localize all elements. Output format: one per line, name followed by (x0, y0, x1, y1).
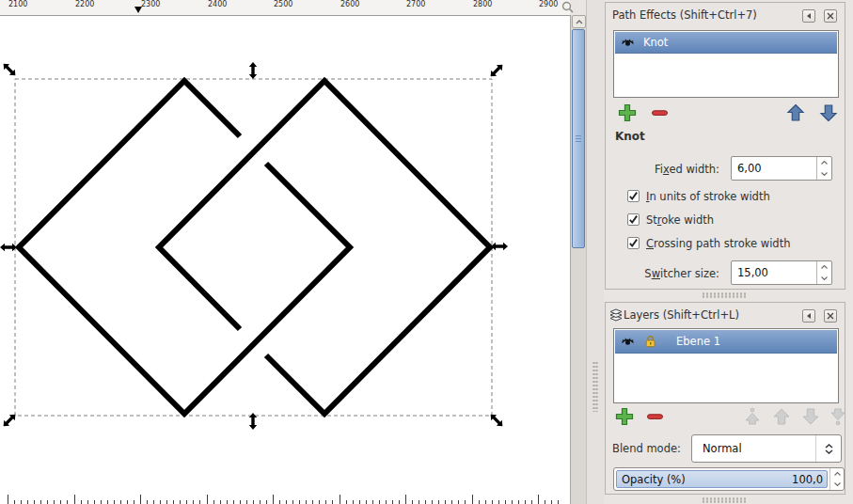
add-layer-button[interactable] (615, 407, 634, 426)
ruler-label: 2400 (208, 0, 227, 8)
raise-layer-button[interactable] (772, 407, 791, 426)
in-units-checkbox[interactable] (627, 190, 640, 202)
chevron-down-icon (834, 482, 841, 486)
in-units-label[interactable]: In units of stroke width (646, 190, 770, 203)
gray-arrow-to-bottom-icon (831, 409, 845, 425)
chevron-up-icon (576, 20, 583, 24)
selection-bbox (15, 79, 492, 416)
opacity-slider[interactable]: Opacity (%) 100,0 (613, 467, 845, 491)
effect-params-heading: Knot (615, 130, 645, 143)
dropdown-arrows (815, 435, 841, 462)
divider-grip[interactable] (592, 361, 598, 412)
left-triangle-icon (805, 12, 813, 20)
gray-arrow-up-icon (774, 409, 789, 424)
remove-layer-button[interactable] (646, 407, 665, 426)
ruler-label: 2600 (340, 0, 359, 8)
stroke-width-checkbox[interactable] (627, 213, 640, 226)
crossing-path-label[interactable]: Crossing path stroke width (646, 237, 790, 250)
panel-minimize-button[interactable] (802, 309, 815, 323)
knot-drawing[interactable] (0, 15, 570, 504)
inkscape-window: 2100 2200 2300 2400 2500 2600 2700 2800 … (0, 0, 853, 504)
checkmark-icon (628, 238, 639, 248)
opacity-value: 100,0 (792, 473, 827, 486)
add-effect-button[interactable] (618, 103, 637, 122)
ruler-label: 2500 (274, 0, 292, 8)
fixed-width-value[interactable]: 6,00 (732, 157, 816, 180)
switcher-size-spinbox[interactable]: 15,00 (731, 260, 832, 285)
top-ruler[interactable]: 2100 2200 2300 2400 2500 2600 2700 2800 … (0, 0, 570, 16)
chevron-up-icon (834, 472, 841, 476)
remove-effect-button[interactable] (651, 103, 670, 122)
switcher-size-value[interactable]: 15,00 (732, 261, 816, 284)
red-minus-icon (653, 111, 668, 116)
blend-mode-label: Blend mode: (612, 442, 681, 455)
gray-arrow-to-top-icon (746, 408, 759, 424)
chevron-down-icon (825, 449, 833, 454)
dock-panels: Path Effects (Shift+Ctrl+7) Knot (603, 0, 853, 504)
checkmark-icon (628, 214, 639, 225)
scale-handle-right-center[interactable] (491, 243, 508, 250)
gray-arrow-down-icon (803, 409, 818, 424)
chevron-up-icon (821, 161, 828, 165)
panel-close-button[interactable] (824, 309, 837, 323)
panel-resize-grip[interactable] (702, 292, 747, 298)
scale-handle-left-center[interactable] (0, 244, 17, 251)
fixed-width-label: Fixed width: (607, 163, 719, 176)
green-plus-icon (620, 105, 636, 121)
path-effects-panel: Path Effects (Shift+Ctrl+7) Knot (605, 2, 845, 290)
knot-left-diamond-path[interactable] (19, 81, 350, 414)
chevron-up-icon (821, 265, 828, 269)
scale-handle-top-center[interactable] (249, 62, 257, 79)
ruler-label: 2300 (141, 0, 160, 8)
scale-handle-bottom-right[interactable] (488, 412, 506, 430)
opacity-fill-bar[interactable]: Opacity (%) 100,0 (616, 470, 828, 488)
eye-icon[interactable] (621, 337, 635, 347)
blend-mode-value: Normal (692, 442, 815, 455)
crossing-path-checkbox[interactable] (627, 237, 640, 249)
lower-layer-button[interactable] (801, 407, 820, 426)
chevron-up-icon (825, 444, 833, 449)
effect-name: Knot (643, 36, 668, 49)
x-icon (827, 12, 834, 20)
fixed-width-spin-buttons[interactable] (816, 157, 831, 180)
layer-list[interactable]: Ebene 1 (613, 328, 839, 403)
switcher-size-spin-buttons[interactable] (816, 261, 831, 284)
layers-panel: Layers (Shift+Ctrl+L) (605, 302, 845, 495)
scale-handle-bottom-left[interactable] (1, 412, 19, 430)
panel-minimize-button[interactable] (802, 9, 815, 23)
lock-icon[interactable] (645, 335, 656, 348)
scale-handle-top-right[interactable] (488, 62, 506, 80)
lower-layer-to-bottom-button[interactable] (829, 407, 847, 426)
panel-resize-grip[interactable] (702, 497, 747, 503)
move-effect-up-button[interactable] (786, 103, 805, 122)
dock-resize-divider[interactable] (586, 0, 604, 504)
knot-right-diamond-path[interactable] (159, 81, 490, 414)
green-plus-icon (617, 409, 633, 425)
switcher-size-label: Switcher size: (607, 267, 719, 280)
panel-close-button[interactable] (824, 9, 837, 23)
effect-list-item-knot[interactable]: Knot (615, 32, 837, 54)
opacity-label: Opacity (%) (617, 473, 792, 486)
ruler-label: 2200 (75, 0, 94, 8)
fixed-width-spinbox[interactable]: 6,00 (731, 156, 832, 181)
scrollbar-up-button[interactable] (572, 15, 586, 28)
stroke-width-label[interactable]: Stroke width (646, 213, 714, 227)
vertical-scrollbar[interactable] (570, 15, 587, 504)
opacity-spin-buttons[interactable] (829, 468, 844, 490)
magnifier-icon[interactable] (561, 1, 574, 13)
move-effect-down-button[interactable] (819, 103, 838, 122)
layer-list-item-ebene1[interactable]: Ebene 1 (615, 330, 837, 354)
raise-layer-to-top-button[interactable] (743, 407, 762, 426)
x-icon (827, 312, 834, 320)
red-minus-icon (648, 415, 663, 419)
ruler-label: 2100 (8, 0, 27, 8)
blend-mode-dropdown[interactable]: Normal (691, 434, 842, 463)
ruler-position-marker (134, 7, 142, 13)
effect-list[interactable]: Knot (613, 30, 839, 98)
scrollbar-thumb[interactable] (572, 29, 585, 248)
eye-icon[interactable] (621, 38, 635, 48)
scale-handle-top-left[interactable] (1, 61, 19, 79)
canvas[interactable]: 2100 2200 2300 2400 2500 2600 2700 2800 … (0, 0, 570, 504)
layers-title: Layers (Shift+Ctrl+L) (624, 308, 739, 322)
ruler-label: 2800 (473, 0, 492, 8)
